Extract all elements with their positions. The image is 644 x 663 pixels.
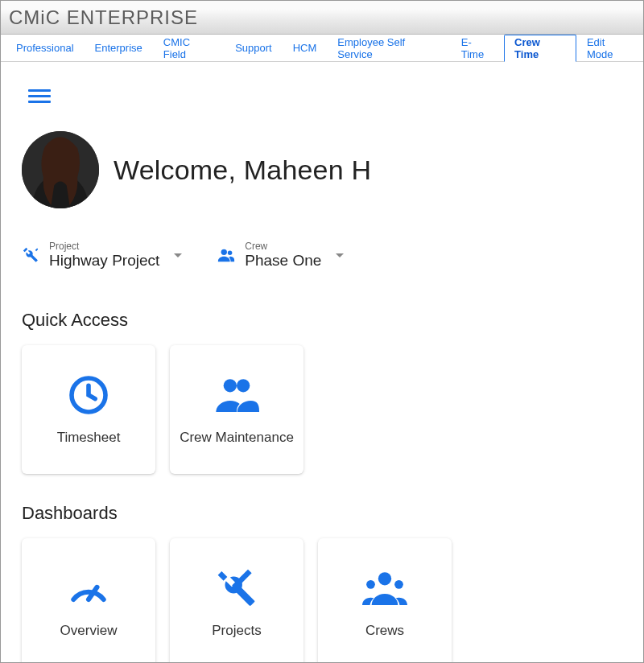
- dashboards-cards: Overview Projects Crews: [22, 538, 622, 663]
- card-label: Projects: [212, 622, 261, 639]
- card-timesheet[interactable]: Timesheet: [22, 345, 155, 474]
- app-title: CMiC ENTERPRISE: [9, 6, 198, 29]
- clock-icon: [66, 373, 111, 418]
- people-icon: [214, 373, 259, 418]
- project-selector[interactable]: Project Highway Project: [22, 241, 182, 270]
- svg-point-6: [237, 380, 250, 393]
- main-navbar: Professional Enterprise CMIC Field Suppo…: [1, 35, 643, 62]
- welcome-row: Welcome, Maheen H: [22, 131, 622, 208]
- nav-employee-self-service[interactable]: Employee Self Service: [327, 35, 450, 61]
- svg-point-2: [221, 249, 227, 255]
- card-label: Overview: [60, 622, 118, 639]
- section-quick-access-title: Quick Access: [22, 310, 622, 331]
- context-selectors: Project Highway Project Crew Phase One: [22, 241, 622, 270]
- chevron-down-icon: [336, 253, 344, 257]
- nav-e-time[interactable]: E-Time: [451, 35, 504, 61]
- title-bar: CMiC ENTERPRISE: [1, 1, 643, 35]
- tools-icon: [22, 246, 39, 264]
- groups-icon: [362, 566, 407, 611]
- gauge-icon: [66, 566, 111, 611]
- nav-crew-time[interactable]: Crew Time: [504, 35, 576, 62]
- crew-selector[interactable]: Crew Phase One: [217, 241, 344, 270]
- nav-professional[interactable]: Professional: [6, 35, 85, 61]
- crew-selector-value: Phase One: [245, 252, 321, 270]
- tools-icon: [214, 566, 259, 611]
- card-crew-maintenance[interactable]: Crew Maintenance: [170, 345, 303, 474]
- card-label: Timesheet: [57, 429, 121, 446]
- chevron-down-icon: [174, 253, 182, 257]
- avatar: [22, 131, 99, 208]
- card-crews[interactable]: Crews: [318, 538, 452, 663]
- card-overview[interactable]: Overview: [22, 538, 155, 663]
- svg-point-9: [394, 580, 403, 589]
- card-projects[interactable]: Projects: [170, 538, 303, 663]
- hamburger-icon: [28, 89, 51, 92]
- crew-selector-label: Crew: [245, 241, 321, 252]
- nav-support[interactable]: Support: [225, 35, 283, 61]
- quick-access-cards: Timesheet Crew Maintenance: [22, 345, 622, 474]
- avatar-image: [22, 131, 99, 208]
- card-label: Crew Maintenance: [180, 429, 294, 446]
- nav-hcm[interactable]: HCM: [283, 35, 328, 61]
- nav-cmic-field[interactable]: CMIC Field: [153, 35, 225, 61]
- svg-point-5: [224, 380, 237, 393]
- svg-point-3: [228, 251, 233, 256]
- project-selector-value: Highway Project: [49, 252, 159, 270]
- card-label: Crews: [365, 622, 404, 639]
- svg-point-8: [366, 580, 375, 589]
- page-content: Welcome, Maheen H Project Highway Projec…: [1, 62, 643, 663]
- section-dashboards-title: Dashboards: [22, 503, 622, 524]
- project-selector-label: Project: [49, 241, 159, 252]
- people-icon: [217, 246, 235, 264]
- nav-enterprise[interactable]: Enterprise: [85, 35, 153, 61]
- nav-edit-mode[interactable]: Edit Mode: [576, 35, 643, 61]
- welcome-text: Welcome, Maheen H: [114, 154, 371, 186]
- svg-point-7: [378, 573, 391, 586]
- menu-button[interactable]: [28, 89, 51, 107]
